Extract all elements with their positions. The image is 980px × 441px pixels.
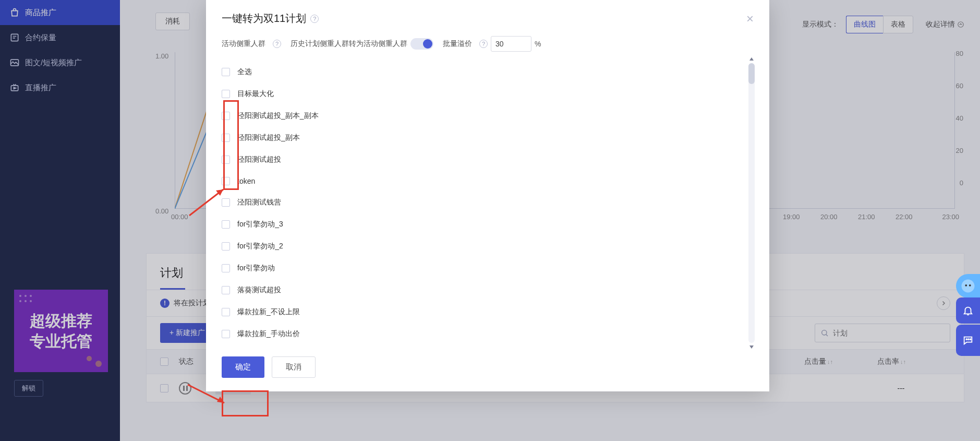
- checkbox[interactable]: [222, 68, 230, 76]
- opt-price-unit: %: [535, 40, 541, 48]
- modal-options-row: 活动侧重人群 ? 历史计划侧重人群转为活动侧重人群 批量溢价 ? %: [206, 36, 769, 61]
- help-icon[interactable]: ?: [310, 15, 319, 23]
- checkbox[interactable]: [222, 156, 230, 164]
- checkbox[interactable]: [222, 134, 230, 142]
- scrollbar-thumb[interactable]: [748, 63, 755, 84]
- opt-price-label: 批量溢价: [443, 39, 472, 49]
- bell-icon: [962, 305, 974, 316]
- list-item-label: for引擎勿动_3: [237, 220, 283, 229]
- chat-widget[interactable]: [956, 325, 980, 356]
- svg-point-22: [970, 339, 971, 340]
- list-item-label: 泾阳测试钱营: [237, 198, 281, 207]
- checkbox[interactable]: [222, 90, 230, 98]
- list-item-label: 泾阳测试超投: [237, 155, 281, 164]
- modal-header: 一键转为双11计划 ? ×: [206, 0, 769, 36]
- help-icon[interactable]: ?: [479, 40, 488, 48]
- scrollbar-track[interactable]: [748, 63, 755, 343]
- modal-footer: 确定 取消: [206, 345, 769, 391]
- premium-input[interactable]: [491, 36, 531, 52]
- scroll-down-icon[interactable]: [748, 344, 755, 350]
- elephant-icon: [960, 278, 976, 294]
- checkbox[interactable]: [222, 177, 230, 185]
- list-item-label: 爆款拉新_不设上限: [237, 307, 300, 317]
- opt-history-label: 历史计划侧重人群转为活动侧重人群: [291, 39, 407, 49]
- checkbox[interactable]: [222, 198, 230, 207]
- checkbox[interactable]: [222, 308, 230, 316]
- list-item[interactable]: 泾阳测试超投_副本: [216, 127, 752, 149]
- checkbox[interactable]: [222, 112, 230, 120]
- close-icon[interactable]: ×: [746, 13, 754, 25]
- list-item[interactable]: for引擎勿动_3: [216, 213, 752, 235]
- list-item-select-all[interactable]: 全选: [216, 61, 752, 83]
- scroll-up-icon[interactable]: [748, 56, 755, 62]
- cancel-button[interactable]: 取消: [272, 356, 316, 378]
- svg-point-20: [966, 339, 967, 340]
- svg-point-17: [962, 280, 975, 293]
- help-icon[interactable]: ?: [273, 40, 281, 48]
- list-item-label: 落葵测试超投: [237, 285, 281, 295]
- chat-icon: [962, 335, 974, 346]
- list-item[interactable]: 泾阳测试超投: [216, 149, 752, 171]
- list-item[interactable]: 目标最大化: [216, 83, 752, 105]
- checkbox[interactable]: [222, 242, 230, 251]
- list-item[interactable]: 泾阳测试钱营: [216, 192, 752, 213]
- mascot-widget[interactable]: [956, 274, 980, 298]
- checkbox[interactable]: [222, 220, 230, 229]
- list-item-label: 泾阳测试超投_副本_副本: [237, 111, 319, 121]
- list-item-label: 目标最大化: [237, 89, 274, 99]
- list-item-label: for引擎勿动_2: [237, 242, 283, 251]
- list-item[interactable]: 落葵测试超投: [216, 279, 752, 301]
- list-item[interactable]: for引擎勿动_2: [216, 235, 752, 257]
- svg-point-19: [969, 284, 971, 287]
- list-item-label: for引擎勿动: [237, 264, 275, 273]
- svg-point-21: [968, 339, 969, 340]
- list-item-label: 爆款拉新_手动出价: [237, 329, 300, 339]
- checkbox[interactable]: [222, 330, 230, 338]
- modal-title: 一键转为双11计划: [222, 11, 306, 26]
- list-item[interactable]: 爆款拉新_不设上限: [216, 301, 752, 323]
- list-item[interactable]: 爆款拉新_手动出价: [216, 323, 752, 345]
- list-item[interactable]: token: [216, 171, 752, 192]
- history-toggle[interactable]: [410, 38, 433, 50]
- checkbox[interactable]: [222, 286, 230, 294]
- select-all-label: 全选: [237, 67, 252, 77]
- list-item-label: 泾阳测试超投_副本: [237, 133, 300, 142]
- list-item-label: token: [237, 177, 255, 185]
- modal-convert-plan: 一键转为双11计划 ? × 活动侧重人群 ? 历史计划侧重人群转为活动侧重人群 …: [206, 0, 769, 391]
- confirm-button[interactable]: 确定: [222, 356, 264, 378]
- notification-widget[interactable]: [956, 297, 980, 324]
- opt-group-label: 活动侧重人群: [222, 39, 265, 49]
- svg-point-18: [965, 284, 967, 287]
- list-item[interactable]: for引擎勿动: [216, 257, 752, 279]
- modal-plan-list: 全选 目标最大化泾阳测试超投_副本_副本泾阳测试超投_副本泾阳测试超投token…: [216, 61, 759, 345]
- checkbox[interactable]: [222, 264, 230, 272]
- list-item[interactable]: 泾阳测试超投_副本_副本: [216, 105, 752, 127]
